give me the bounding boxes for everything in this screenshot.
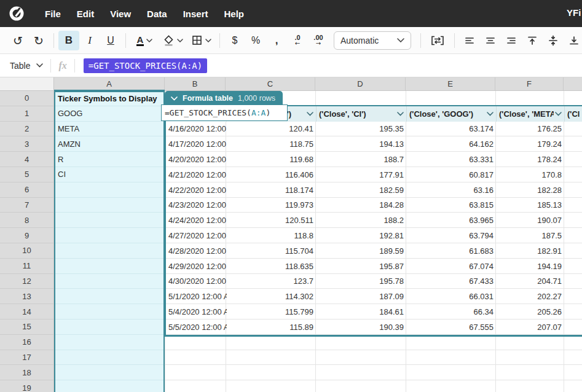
price-cell[interactable]: 192.81 <box>317 228 407 243</box>
column-menu-chevron-icon[interactable] <box>487 112 494 116</box>
price-cell[interactable]: 195.78 <box>317 274 407 289</box>
row-header-10[interactable]: 10 <box>0 243 53 259</box>
comma-format-button[interactable]: , <box>266 31 287 50</box>
row-header-11[interactable]: 11 <box>0 259 53 274</box>
price-cell[interactable]: 177.91 <box>317 167 407 182</box>
price-cell[interactable]: 190.39 <box>317 319 407 335</box>
undo-button[interactable]: ↺ <box>7 31 28 50</box>
price-cell[interactable]: 189.59 <box>317 243 407 259</box>
vertical-align-top-button[interactable] <box>522 31 543 50</box>
price-cell[interactable]: 179.24 <box>497 136 565 152</box>
bold-button[interactable]: B <box>58 31 79 50</box>
price-cell[interactable]: 63.174 <box>407 122 497 137</box>
price-cell[interactable]: 182.91 <box>497 243 565 259</box>
price-cell[interactable]: 185.13 <box>497 198 565 213</box>
price-cell[interactable]: 202.27 <box>497 289 565 304</box>
percent-format-button[interactable]: % <box>245 31 266 50</box>
price-cell[interactable]: 194.13 <box>317 136 407 152</box>
column-header-3[interactable]: D <box>315 77 406 90</box>
price-cell[interactable]: 182.59 <box>317 182 407 198</box>
price-cell[interactable]: 195.87 <box>317 259 407 274</box>
selection-name-label[interactable]: Table <box>10 61 30 71</box>
cell-a13[interactable] <box>55 289 163 304</box>
select-all-corner[interactable] <box>0 77 54 90</box>
row-header-19[interactable]: 19 <box>0 380 53 392</box>
vertical-align-middle-button[interactable] <box>543 31 564 50</box>
formula-input[interactable]: =GET_STOCK_PRICES(A:A) <box>84 58 207 73</box>
cell-a19[interactable] <box>55 380 163 392</box>
price-cell[interactable]: 60.817 <box>407 167 497 182</box>
row-header-15[interactable]: 15 <box>0 319 53 335</box>
row-header-13[interactable]: 13 <box>0 289 53 304</box>
cell-a6[interactable] <box>55 182 163 198</box>
date-cell[interactable]: 4/22/2020 12:00 AM <box>166 182 227 198</box>
cell-a12[interactable] <box>55 274 163 289</box>
price-cell[interactable]: 115.704 <box>227 243 317 259</box>
date-cell[interactable]: 4/16/2020 12:00 AM <box>166 122 227 137</box>
number-format-select[interactable]: Automatic <box>334 31 411 50</box>
price-cell[interactable]: 182.28 <box>497 182 565 198</box>
price-cell[interactable]: 66.031 <box>407 289 497 304</box>
row-header-1[interactable]: 1 <box>0 106 53 122</box>
price-cell[interactable]: 195.35 <box>317 122 407 137</box>
italic-button[interactable]: I <box>79 31 100 50</box>
cell-a9[interactable] <box>55 228 163 243</box>
column-header-0[interactable]: A <box>54 77 165 90</box>
price-cell[interactable]: 118.635 <box>227 259 317 274</box>
table-col-header-meta[interactable]: ('Close', 'META') <box>497 106 565 122</box>
fill-color-button[interactable] <box>159 31 187 50</box>
vertical-align-bottom-button[interactable] <box>564 31 582 50</box>
borders-button[interactable] <box>187 31 215 50</box>
cell-a0[interactable]: Ticker Symbols to Display <box>55 92 163 106</box>
price-cell[interactable]: 61.683 <box>407 243 497 259</box>
cell-a14[interactable] <box>55 304 163 319</box>
price-cell[interactable]: 115.799 <box>227 304 317 319</box>
cell-a15[interactable] <box>55 319 163 335</box>
cell-a8[interactable] <box>55 213 163 228</box>
align-center-button[interactable] <box>480 31 501 50</box>
price-cell[interactable]: 115.89 <box>227 319 317 335</box>
price-cell[interactable]: 118.75 <box>227 136 317 152</box>
price-cell[interactable]: 207.07 <box>497 319 565 335</box>
price-cell[interactable]: 120.41 <box>227 122 317 137</box>
price-cell[interactable]: 63.965 <box>407 213 497 228</box>
price-cell[interactable]: 204.71 <box>497 274 565 289</box>
menu-item-5[interactable]: Help <box>224 9 244 19</box>
price-cell[interactable]: 190.07 <box>497 213 565 228</box>
currency-format-button[interactable]: $ <box>224 31 245 50</box>
underline-button[interactable]: U <box>100 31 121 50</box>
row-header-18[interactable]: 18 <box>0 365 53 380</box>
cell-a16[interactable] <box>55 335 163 350</box>
column-menu-chevron-icon[interactable] <box>397 112 404 116</box>
row-header-16[interactable]: 16 <box>0 335 53 350</box>
row-header-4[interactable]: 4 <box>0 152 53 167</box>
price-cell[interactable]: 118.8 <box>227 228 317 243</box>
date-cell[interactable]: 4/27/2020 12:00 AM <box>166 228 227 243</box>
row-header-9[interactable]: 9 <box>0 228 53 243</box>
price-cell[interactable]: 63.16 <box>407 182 497 198</box>
price-cell[interactable]: 66.34 <box>407 304 497 319</box>
price-cell[interactable]: 184.61 <box>317 304 407 319</box>
redo-button[interactable]: ↻ <box>28 31 49 50</box>
cell-a7[interactable] <box>55 198 163 213</box>
date-cell[interactable]: 4/21/2020 12:00 AM <box>166 167 227 182</box>
cell-a3[interactable]: AMZN <box>55 136 163 152</box>
date-cell[interactable]: 4/30/2020 12:00 AM <box>166 274 227 289</box>
price-cell[interactable]: 114.302 <box>227 289 317 304</box>
column-menu-chevron-icon[interactable] <box>555 112 562 116</box>
price-cell[interactable]: 67.555 <box>407 319 497 335</box>
price-cell[interactable]: 116.406 <box>227 167 317 182</box>
cell-a11[interactable] <box>55 259 163 274</box>
row-header-2[interactable]: 2 <box>0 122 53 137</box>
price-cell[interactable]: 170.8 <box>497 167 565 182</box>
price-cell[interactable]: 187.09 <box>317 289 407 304</box>
price-cell[interactable]: 63.331 <box>407 152 497 167</box>
chevron-down-icon[interactable] <box>36 63 43 68</box>
price-cell[interactable]: 118.174 <box>227 182 317 198</box>
price-cell[interactable]: 123.7 <box>227 274 317 289</box>
row-header-8[interactable]: 8 <box>0 213 53 228</box>
date-cell[interactable]: 4/23/2020 12:00 AM <box>166 198 227 213</box>
price-cell[interactable]: 63.794 <box>407 228 497 243</box>
chevron-down-icon[interactable] <box>171 96 178 101</box>
row-header-6[interactable]: 6 <box>0 182 53 198</box>
